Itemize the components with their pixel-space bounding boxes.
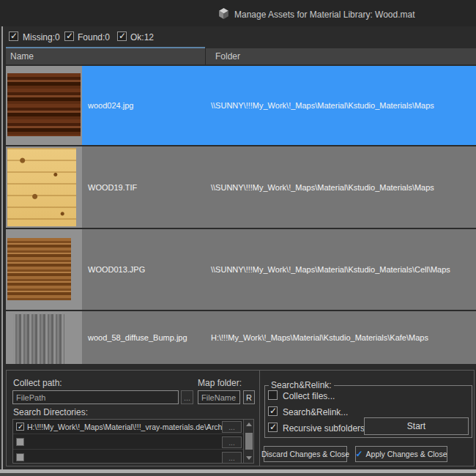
- start-button[interactable]: Start: [364, 417, 469, 435]
- search-directory-row[interactable]: ...: [13, 450, 243, 464]
- dialog-title: Manage Assets for Material Library: Wood…: [234, 10, 415, 20]
- title-bar: Manage Assets for Material Library: Wood…: [0, 0, 476, 26]
- directory-browse-button[interactable]: ...: [222, 452, 242, 464]
- search-directories-label: Search Directories:: [13, 407, 88, 417]
- collect-path-input[interactable]: [12, 390, 179, 404]
- apply-changes-label: Apply Changes & Close: [366, 450, 447, 458]
- map-folder-input[interactable]: [198, 390, 240, 404]
- map-folder-rename-button[interactable]: R: [243, 390, 255, 404]
- search-relink-label: Search&Relink...: [283, 407, 348, 417]
- manage-assets-dialog: Manage Assets for Material Library: Wood…: [0, 0, 476, 476]
- search-relink-checkbox[interactable]: [268, 406, 278, 416]
- scroll-down-icon[interactable]: [246, 456, 252, 460]
- collect-files-label: Collect files...: [283, 391, 335, 401]
- map-folder-label: Map folder:: [198, 378, 242, 388]
- discard-changes-button[interactable]: Discard Changes & Close: [264, 446, 347, 462]
- recursive-subfolders-checkbox[interactable]: [268, 423, 278, 432]
- window-bottom-frame: [0, 473, 476, 476]
- asset-name: WOOD19.TIF: [88, 183, 137, 192]
- asset-folder-path: \\SUNNY\!!!My_Work\!_Maps\Material\Kstud…: [211, 183, 434, 192]
- table-row-wood58[interactable]: wood_58_diffuse_Bump.jpg H:\!!!My_Work\!…: [6, 311, 476, 364]
- wood024-thumbnail-image: [7, 73, 81, 136]
- collect-path-label: Collect path:: [13, 378, 62, 388]
- scroll-up-icon[interactable]: [246, 423, 252, 426]
- thumbnail-cell: [6, 146, 82, 228]
- directory-browse-button[interactable]: ...: [222, 421, 242, 433]
- scrollbar-thumb[interactable]: [245, 433, 253, 450]
- wood013-thumbnail-image: [7, 238, 71, 300]
- window-left-edge: [1, 26, 3, 470]
- found-filter-label: Found:0: [78, 32, 110, 42]
- found-filter-checkbox[interactable]: [64, 31, 74, 41]
- asset-name: WOOD013.JPG: [88, 265, 145, 274]
- asset-folder-path: \\SUNNY\!!!My_Work\!_Maps\Material\Kstud…: [211, 101, 434, 110]
- missing-filter-checkbox[interactable]: [9, 31, 18, 41]
- table-row-wood024[interactable]: wood024.jpg \\SUNNY\!!!My_Work\!_Maps\Ma…: [6, 66, 476, 145]
- panel-divider: [259, 370, 260, 466]
- recursive-subfolders-label: Recursive subfolders...: [283, 423, 372, 434]
- ok-filter-label: Ok:12: [130, 32, 154, 42]
- directory-path: H:\!!!My_Work\!_Maps\Material\!!!_vray-m…: [27, 423, 232, 431]
- search-directory-row[interactable]: ...: [13, 435, 243, 450]
- asset-name: wood_58_diffuse_Bump.jpg: [88, 333, 187, 342]
- apply-changes-button[interactable]: ✓ Apply Changes & Close: [355, 446, 447, 462]
- thumbnail-cell: [6, 311, 82, 364]
- directories-scrollbar[interactable]: [243, 420, 253, 463]
- asset-name: wood024.jpg: [88, 101, 133, 110]
- apply-check-icon: ✓: [356, 449, 363, 459]
- column-header-name[interactable]: Name: [10, 51, 34, 62]
- ok-filter-checkbox[interactable]: [117, 31, 127, 41]
- search-relink-legend: Search&Relink:: [269, 380, 334, 390]
- column-header-folder[interactable]: Folder: [215, 51, 240, 62]
- directory-enabled-checkbox[interactable]: [16, 453, 24, 461]
- asset-folder-path: H:\!!!My_Work\!_Maps\Material\Kstudio_Ma…: [211, 333, 428, 342]
- thumbnail-cell: [6, 66, 82, 145]
- asset-folder-path: \\SUNNY\!!!My_Work\!_Maps\Material\Kstud…: [211, 265, 450, 274]
- collect-path-browse-button[interactable]: ...: [181, 390, 193, 404]
- thumbnail-cell: [6, 229, 82, 310]
- project-manager-cube-icon: [217, 7, 230, 20]
- missing-filter-label: Missing:0: [23, 32, 60, 42]
- directory-enabled-checkbox[interactable]: [16, 423, 24, 431]
- table-row-wood19[interactable]: WOOD19.TIF \\SUNNY\!!!My_Work\!_Maps\Mat…: [6, 146, 476, 228]
- wood19-thumbnail-image: [7, 148, 76, 226]
- search-directory-row[interactable]: H:\!!!My_Work\!_Maps\Material\!!!_vray-m…: [13, 420, 243, 434]
- table-row-wood013[interactable]: WOOD013.JPG \\SUNNY\!!!My_Work\!_Maps\Ma…: [6, 229, 476, 310]
- search-directories-list: H:\!!!My_Work\!_Maps\Material\!!!_vray-m…: [12, 419, 254, 464]
- directory-enabled-checkbox[interactable]: [16, 438, 24, 446]
- column-divider[interactable]: [205, 48, 206, 64]
- table-header: Name Folder: [6, 48, 476, 64]
- wood58-thumbnail-image: [13, 314, 64, 364]
- directory-browse-button[interactable]: ...: [222, 436, 242, 448]
- collect-files-checkbox[interactable]: [268, 390, 278, 400]
